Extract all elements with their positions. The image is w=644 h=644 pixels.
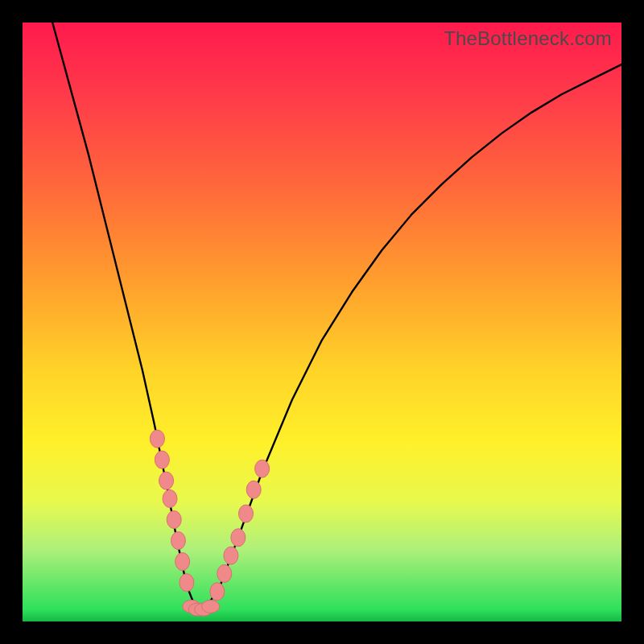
- data-marker: [159, 472, 174, 489]
- data-marker: [224, 547, 238, 564]
- bottleneck-curve: [52, 23, 621, 609]
- data-marker: [150, 430, 164, 448]
- data-marker: [255, 460, 270, 477]
- data-marker: [163, 489, 177, 507]
- data-marker: [231, 529, 246, 547]
- chart-svg: [23, 23, 621, 621]
- data-marker: [175, 553, 190, 571]
- data-marker: [246, 481, 261, 498]
- data-marker: [167, 511, 181, 529]
- data-marker: [239, 505, 254, 522]
- plot-area: TheBottleneck.com: [23, 23, 621, 621]
- data-marker: [210, 583, 225, 601]
- data-marker: [171, 532, 185, 550]
- data-marker: [180, 574, 194, 592]
- chart-frame: TheBottleneck.com: [0, 0, 644, 644]
- data-marker: [155, 451, 169, 469]
- data-marker: [202, 600, 220, 613]
- data-marker: [217, 564, 232, 582]
